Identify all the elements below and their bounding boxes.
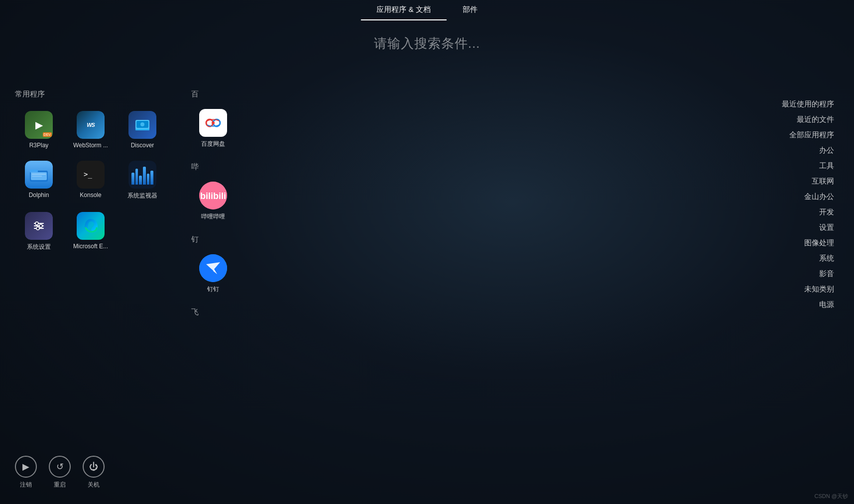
dingtalk-icon (199, 254, 227, 282)
sysmon-icon (128, 161, 156, 189)
app-dolphin-label: Dolphin (29, 192, 49, 199)
app-r3play[interactable]: R3Play (15, 107, 63, 153)
svg-point-16 (36, 227, 39, 230)
logout-button[interactable]: ▶ 注销 (15, 456, 37, 489)
app-konsole[interactable]: >_ Konsole (67, 157, 115, 204)
edge-icon (77, 212, 105, 240)
app-sysmon[interactable]: 系统监视器 (119, 157, 166, 204)
bottom-bar: ▶ 注销 ↺ 重启 ⏻ 关机 (15, 456, 105, 489)
common-apps-grid: R3Play WS WebStorm ... Discover (15, 107, 184, 255)
app-discover-label: Discover (131, 142, 154, 149)
category-ding: 钉 钉钉 (189, 235, 548, 298)
restart-button[interactable]: ↺ 重启 (49, 456, 71, 489)
category-all-apps[interactable]: 全部应用程序 (789, 130, 834, 140)
app-webstorm[interactable]: WS WebStorm ... (67, 107, 115, 153)
right-panel: 最近使用的程序 最近的文件 全部应用程序 办公 工具 互联网 金山办公 开发 设… (782, 100, 834, 309)
middle-panel: 百 百度网盘 (189, 90, 548, 333)
baidu-icon (199, 109, 227, 137)
app-baidu[interactable]: 百度网盘 (189, 105, 237, 152)
app-bilibili[interactable]: bilibili 哔哩哔哩 (189, 178, 237, 225)
bilibili-icon: bilibili (199, 182, 227, 209)
app-settings[interactable]: 系统设置 (15, 208, 63, 255)
tab-widgets[interactable]: 部件 (447, 0, 493, 20)
category-image[interactable]: 图像处理 (804, 238, 834, 248)
category-letter-ding: 钉 (189, 235, 548, 244)
dolphin-icon (25, 161, 53, 189)
search-placeholder[interactable]: 请输入搜索条件... (253, 35, 602, 52)
search-area: 请输入搜索条件... (253, 35, 602, 52)
app-sysmon-label: 系统监视器 (127, 192, 157, 200)
category-internet[interactable]: 互联网 (812, 177, 834, 186)
category-letter-bi: 哔 (189, 162, 548, 172)
category-ding-apps: 钉钉 (189, 250, 548, 298)
app-dingtalk[interactable]: 钉钉 (189, 250, 237, 298)
app-dolphin[interactable]: Dolphin (15, 157, 63, 204)
category-fei: 飞 (189, 307, 548, 323)
category-system[interactable]: 系统 (819, 254, 834, 263)
category-bai: 百 百度网盘 (189, 90, 548, 152)
category-letter-bai: 百 (189, 90, 548, 99)
top-tab-bar: 应用程序 & 文档 部件 (361, 0, 493, 20)
category-power[interactable]: 电源 (819, 300, 834, 309)
svg-point-14 (35, 222, 38, 225)
category-unknown[interactable]: 未知类别 (804, 285, 834, 294)
category-letter-fei: 飞 (189, 307, 548, 317)
logout-icon: ▶ (15, 456, 37, 478)
webstorm-icon: WS (77, 111, 105, 139)
category-bi: 哔 bilibili 哔哩哔哩 (189, 162, 548, 225)
category-tools[interactable]: 工具 (819, 161, 834, 171)
restart-label: 重启 (54, 481, 66, 489)
app-dingtalk-label: 钉钉 (207, 285, 219, 294)
svg-rect-8 (32, 176, 42, 177)
app-r3play-label: R3Play (29, 142, 49, 149)
svg-rect-2 (135, 129, 149, 130)
shutdown-icon: ⏻ (83, 456, 105, 478)
category-bi-apps: bilibili 哔哩哔哩 (189, 178, 548, 225)
shutdown-label: 关机 (88, 481, 100, 489)
app-edge[interactable]: Microsoft E... (67, 208, 115, 255)
category-bai-apps: 百度网盘 (189, 105, 548, 152)
svg-rect-7 (32, 174, 46, 175)
shutdown-button[interactable]: ⏻ 关机 (83, 456, 105, 489)
svg-point-15 (39, 224, 42, 227)
category-recent-programs[interactable]: 最近使用的程序 (782, 100, 834, 109)
app-bilibili-label: 哔哩哔哩 (201, 212, 225, 221)
restart-icon: ↺ (49, 456, 71, 478)
svg-point-20 (212, 121, 215, 124)
discover-icon (128, 111, 156, 139)
app-baidu-label: 百度网盘 (201, 140, 225, 148)
svg-point-3 (140, 122, 144, 126)
app-discover[interactable]: Discover (119, 107, 166, 153)
category-dev[interactable]: 开发 (819, 207, 834, 217)
konsole-icon: >_ (77, 161, 105, 189)
app-webstorm-label: WebStorm ... (73, 142, 108, 149)
r3play-icon (25, 111, 53, 139)
common-apps-title: 常用程序 (15, 90, 184, 99)
tab-apps-docs[interactable]: 应用程序 & 文档 (361, 0, 446, 20)
category-media[interactable]: 影音 (819, 269, 834, 279)
logout-label: 注销 (20, 481, 32, 489)
app-settings-label: 系统设置 (27, 243, 51, 251)
left-panel: 常用程序 R3Play WS WebStorm ... Dis (15, 90, 184, 255)
settings-icon (25, 212, 53, 240)
category-recent-files[interactable]: 最近的文件 (797, 115, 834, 124)
category-settings[interactable]: 设置 (819, 223, 834, 232)
watermark: CSDN @天钞 (815, 493, 848, 500)
svg-text:>_: >_ (84, 170, 92, 179)
app-edge-label: Microsoft E... (73, 243, 108, 250)
app-konsole-label: Konsole (80, 192, 101, 199)
svg-text:bilibili: bilibili (200, 191, 226, 201)
category-office[interactable]: 办公 (819, 146, 834, 155)
category-kingsoft[interactable]: 金山办公 (804, 192, 834, 202)
